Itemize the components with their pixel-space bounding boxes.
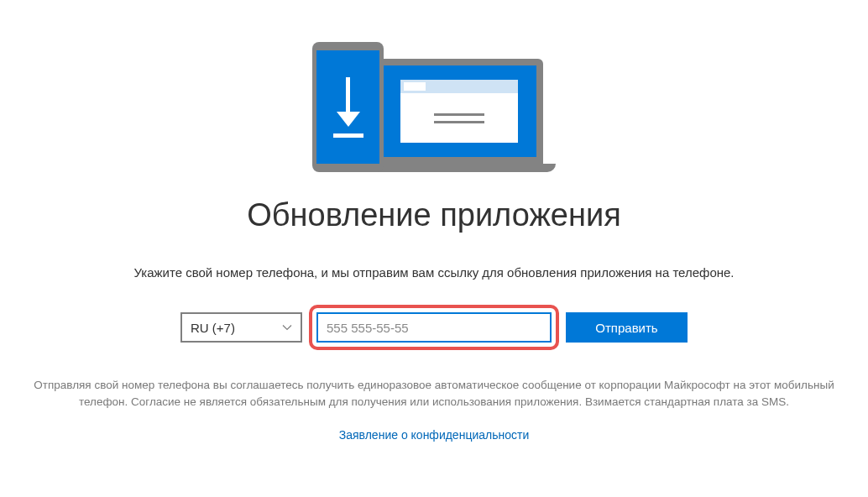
- laptop-graphic: [375, 59, 556, 172]
- privacy-statement-link[interactable]: Заявление о конфиденциальности: [339, 428, 529, 442]
- phone-number-input[interactable]: [316, 312, 552, 343]
- phone-input-highlight: [309, 305, 559, 350]
- send-button[interactable]: Отправить: [566, 312, 688, 343]
- country-code-label: RU (+7): [191, 321, 235, 335]
- country-code-select[interactable]: RU (+7): [180, 312, 302, 343]
- page-title: Обновление приложения: [247, 197, 621, 233]
- disclaimer-text: Отправляя свой номер телефона вы соглаша…: [10, 377, 858, 411]
- instruction-text: Укажите свой номер телефона, и мы отправ…: [133, 265, 734, 280]
- phone-graphic: [312, 42, 384, 172]
- download-icon: [333, 77, 363, 138]
- chevron-down-icon: [282, 322, 292, 332]
- phone-form-row: RU (+7) Отправить: [180, 305, 688, 350]
- hero-illustration: [312, 42, 556, 172]
